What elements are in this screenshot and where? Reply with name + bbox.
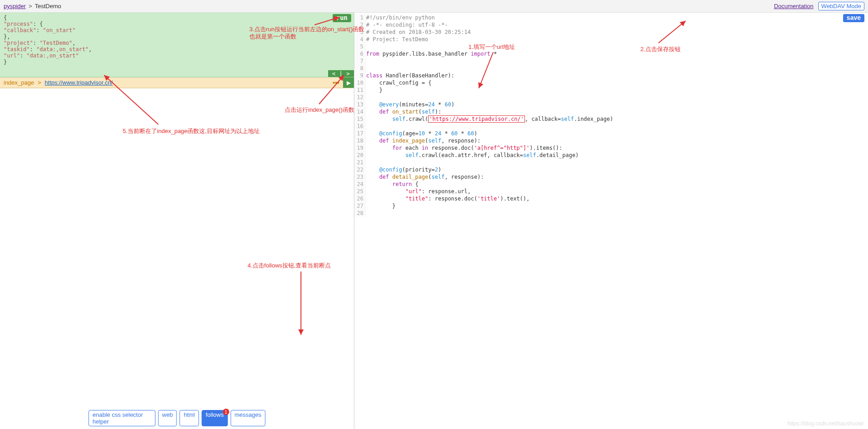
breadcrumb-project: TestDemo bbox=[35, 3, 62, 10]
breadcrumb-root-link[interactable]: pyspider bbox=[4, 3, 26, 10]
run-button[interactable]: run bbox=[333, 14, 351, 22]
header-bar: pyspider > TestDemo Documentation WebDAV… bbox=[0, 0, 868, 13]
nav-forward-icon[interactable]: > bbox=[345, 70, 351, 77]
follows-badge: 1 bbox=[223, 409, 229, 415]
tab-web[interactable]: web bbox=[158, 410, 177, 426]
breadcrumb: pyspider > TestDemo bbox=[4, 3, 61, 10]
documentation-link[interactable]: Documentation bbox=[774, 3, 813, 10]
breadcrumb-sep: > bbox=[29, 3, 32, 10]
callback-name: index_page bbox=[4, 79, 34, 86]
tab-messages[interactable]: messages bbox=[230, 410, 265, 426]
nav-arrows[interactable]: < | > bbox=[328, 70, 354, 77]
play-icon[interactable]: ▶ bbox=[343, 77, 354, 88]
tab-css-helper[interactable]: enable css selector helper bbox=[89, 410, 156, 426]
callback-crumb-row: index_page > https://www.tripadvisor.cn/… bbox=[0, 77, 354, 88]
more-icon[interactable]: ••• bbox=[333, 79, 339, 86]
bottom-tabs: enable css selector helper web html foll… bbox=[89, 410, 266, 426]
task-json-block: run { "process": { "callback": "on_start… bbox=[0, 13, 354, 77]
code-content[interactable]: #!/usr/bin/env python # -*- encoding: ut… bbox=[366, 14, 868, 217]
line-gutter: 1 2 3 4 5 6 7 8 9 10 11 12 13 14 15 16 1… bbox=[354, 14, 366, 217]
header-right: Documentation WebDAV Mode bbox=[774, 2, 864, 10]
nav-back-icon[interactable]: < bbox=[331, 70, 337, 77]
tab-html[interactable]: html bbox=[180, 410, 199, 426]
code-editor-panel[interactable]: save 1 2 3 4 5 6 7 8 9 10 11 12 13 14 15… bbox=[354, 13, 868, 429]
tab-follows[interactable]: follows1 bbox=[202, 410, 228, 426]
left-panel: run { "process": { "callback": "on_start… bbox=[0, 13, 354, 429]
watermark: https://blog.csdn.net/baoshuowl bbox=[787, 420, 863, 427]
save-button[interactable]: save bbox=[843, 14, 864, 22]
webdav-mode-button[interactable]: WebDAV Mode bbox=[818, 2, 864, 10]
callback-url-link[interactable]: https://www.tripadvisor.cn/ bbox=[45, 79, 113, 86]
